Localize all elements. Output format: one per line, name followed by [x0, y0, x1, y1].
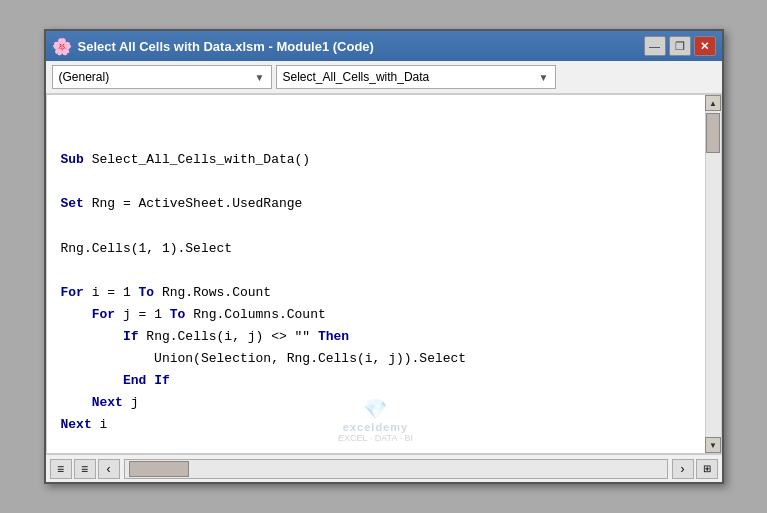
code-content: Sub Select_All_Cells_with_Data() Set Rng…	[47, 95, 705, 453]
restore-button[interactable]: ❐	[669, 36, 691, 56]
procedure-dropdown-arrow: ▼	[539, 72, 549, 83]
bottom-bar: ≡ ≡ ‹ › ⊞	[46, 454, 722, 482]
general-dropdown-value: (General)	[59, 70, 110, 84]
app-icon: 🌸	[52, 37, 72, 56]
scroll-up-button[interactable]: ▲	[705, 95, 721, 111]
scroll-thumb-v[interactable]	[706, 113, 720, 153]
minimize-button[interactable]: —	[644, 36, 666, 56]
resize-handle[interactable]: ⊞	[696, 459, 718, 479]
bottom-btn-3[interactable]: ‹	[98, 459, 120, 479]
editor-area: Sub Select_All_Cells_with_Data() Set Rng…	[46, 94, 722, 454]
general-dropdown[interactable]: (General) ▼	[52, 65, 272, 89]
code-container[interactable]: Sub Select_All_Cells_with_Data() Set Rng…	[47, 95, 705, 453]
scroll-track-v[interactable]	[706, 111, 721, 437]
vertical-scrollbar: ▲ ▼	[705, 95, 721, 453]
vba-editor-window: 🌸 Select All Cells with Data.xlsm - Modu…	[44, 29, 724, 484]
horizontal-scrollbar[interactable]	[124, 459, 668, 479]
window-title: Select All Cells with Data.xlsm - Module…	[78, 39, 374, 54]
procedure-dropdown-value: Select_All_Cells_with_Data	[283, 70, 430, 84]
toolbar: (General) ▼ Select_All_Cells_with_Data ▼	[46, 61, 722, 94]
scroll-down-button[interactable]: ▼	[705, 437, 721, 453]
close-button[interactable]: ✕	[694, 36, 716, 56]
procedure-dropdown[interactable]: Select_All_Cells_with_Data ▼	[276, 65, 556, 89]
title-buttons: — ❐ ✕	[644, 36, 716, 56]
title-bar-left: 🌸 Select All Cells with Data.xlsm - Modu…	[52, 37, 374, 56]
bottom-btn-2[interactable]: ≡	[74, 459, 96, 479]
bottom-btn-1[interactable]: ≡	[50, 459, 72, 479]
general-dropdown-arrow: ▼	[255, 72, 265, 83]
title-bar: 🌸 Select All Cells with Data.xlsm - Modu…	[46, 31, 722, 61]
scroll-thumb-h[interactable]	[129, 461, 189, 477]
scroll-right-button[interactable]: ›	[672, 459, 694, 479]
